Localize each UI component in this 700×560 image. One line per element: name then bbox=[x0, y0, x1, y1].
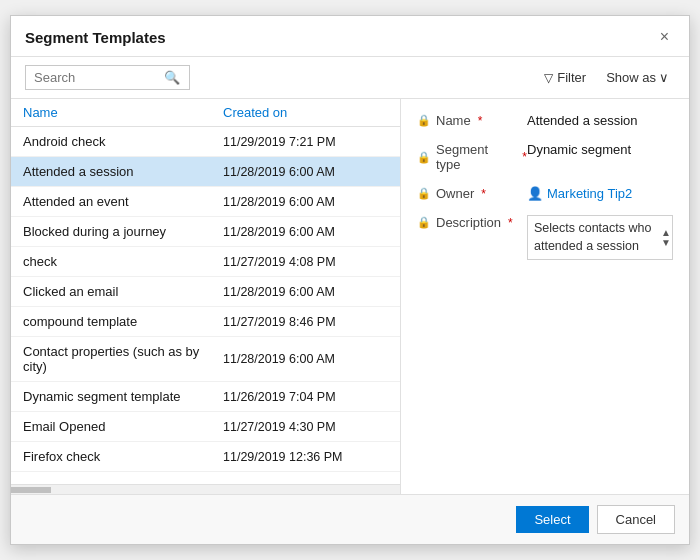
row-name: Attended a session bbox=[23, 164, 223, 179]
list-panel: Name Created on Android check11/29/2019 … bbox=[11, 99, 401, 494]
list-item[interactable]: Email Opened11/27/2019 4:30 PM bbox=[11, 412, 400, 442]
owner-label-container: 🔒 Owner * bbox=[417, 186, 527, 201]
description-label: Description bbox=[436, 215, 501, 230]
list-item[interactable]: Attended an event11/28/2019 6:00 AM bbox=[11, 187, 400, 217]
row-name: Dynamic segment template bbox=[23, 389, 223, 404]
description-value: Selects contacts who attended a session bbox=[527, 215, 673, 260]
detail-name-row: 🔒 Name * Attended a session bbox=[417, 113, 673, 128]
search-box: 🔍 bbox=[25, 65, 190, 90]
down-arrow[interactable]: ▼ bbox=[661, 238, 671, 248]
lock-icon-4: 🔒 bbox=[417, 216, 431, 229]
segment-type-label-container: 🔒 Segment type * bbox=[417, 142, 527, 172]
scrollbar-thumb bbox=[11, 487, 51, 493]
detail-panel: 🔒 Name * Attended a session 🔒 Segment ty… bbox=[401, 99, 689, 494]
segment-templates-dialog: Segment Templates × 🔍 ▽ Filter Show as ∨… bbox=[10, 15, 690, 545]
search-icon: 🔍 bbox=[164, 70, 180, 85]
dialog-header: Segment Templates × bbox=[11, 16, 689, 57]
list-item[interactable]: Clicked an email11/28/2019 6:00 AM bbox=[11, 277, 400, 307]
col-name-header[interactable]: Name bbox=[23, 105, 223, 120]
lock-icon-2: 🔒 bbox=[417, 151, 431, 164]
list-item[interactable]: Dynamic segment template11/26/2019 7:04 … bbox=[11, 382, 400, 412]
owner-name: Marketing Tip2 bbox=[547, 186, 632, 201]
filter-icon: ▽ bbox=[544, 71, 553, 85]
search-input[interactable] bbox=[34, 70, 164, 85]
content-area: Name Created on Android check11/29/2019 … bbox=[11, 99, 689, 494]
footer: Select Cancel bbox=[11, 494, 689, 544]
list-item[interactable]: Firefox check11/29/2019 12:36 PM bbox=[11, 442, 400, 472]
list-item[interactable]: Attended a session11/28/2019 6:00 AM bbox=[11, 157, 400, 187]
row-date: 11/28/2019 6:00 AM bbox=[223, 225, 335, 239]
row-name: Clicked an email bbox=[23, 284, 223, 299]
segment-type-value: Dynamic segment bbox=[527, 142, 631, 157]
row-name: Attended an event bbox=[23, 194, 223, 209]
detail-owner-row: 🔒 Owner * 👤 Marketing Tip2 bbox=[417, 186, 673, 201]
row-name: Email Opened bbox=[23, 419, 223, 434]
horizontal-scrollbar[interactable] bbox=[11, 484, 400, 494]
list-item[interactable]: Android check11/29/2019 7:21 PM bbox=[11, 127, 400, 157]
segment-type-label: Segment type bbox=[436, 142, 515, 172]
row-name: compound template bbox=[23, 314, 223, 329]
scroll-arrows[interactable]: ▲ ▼ bbox=[661, 228, 671, 248]
lock-icon: 🔒 bbox=[417, 114, 431, 127]
row-date: 11/28/2019 6:00 AM bbox=[223, 352, 335, 366]
filter-label: Filter bbox=[557, 70, 586, 85]
row-date: 11/28/2019 6:00 AM bbox=[223, 285, 335, 299]
col-created-header[interactable]: Created on bbox=[223, 105, 287, 120]
owner-label: Owner bbox=[436, 186, 474, 201]
required-star-3: * bbox=[481, 187, 486, 201]
list-item[interactable]: compound template11/27/2019 8:46 PM bbox=[11, 307, 400, 337]
detail-description-row: 🔒 Description * Selects contacts who att… bbox=[417, 215, 673, 260]
row-date: 11/29/2019 12:36 PM bbox=[223, 450, 343, 464]
cancel-button[interactable]: Cancel bbox=[597, 505, 675, 534]
show-as-label: Show as bbox=[606, 70, 656, 85]
row-date: 11/26/2019 7:04 PM bbox=[223, 390, 336, 404]
row-name: Android check bbox=[23, 134, 223, 149]
required-star-4: * bbox=[508, 216, 513, 230]
row-name: Firefox check bbox=[23, 449, 223, 464]
show-as-button[interactable]: Show as ∨ bbox=[600, 66, 675, 89]
row-date: 11/27/2019 4:08 PM bbox=[223, 255, 336, 269]
list-item[interactable]: Contact properties (such as by city)11/2… bbox=[11, 337, 400, 382]
row-date: 11/28/2019 6:00 AM bbox=[223, 195, 335, 209]
list-item[interactable]: Blocked during a journey11/28/2019 6:00 … bbox=[11, 217, 400, 247]
description-label-container: 🔒 Description * bbox=[417, 215, 527, 230]
name-value: Attended a session bbox=[527, 113, 638, 128]
detail-segment-type-row: 🔒 Segment type * Dynamic segment bbox=[417, 142, 673, 172]
owner-value[interactable]: 👤 Marketing Tip2 bbox=[527, 186, 632, 201]
list-item[interactable]: check11/27/2019 4:08 PM bbox=[11, 247, 400, 277]
row-date: 11/29/2019 7:21 PM bbox=[223, 135, 336, 149]
list-header: Name Created on bbox=[11, 99, 400, 127]
description-container: Selects contacts who attended a session … bbox=[527, 215, 673, 260]
name-label-container: 🔒 Name * bbox=[417, 113, 527, 128]
row-name: Blocked during a journey bbox=[23, 224, 223, 239]
select-button[interactable]: Select bbox=[516, 506, 588, 533]
dialog-title: Segment Templates bbox=[25, 29, 166, 46]
name-field-label: Name bbox=[436, 113, 471, 128]
close-button[interactable]: × bbox=[654, 26, 675, 48]
row-date: 11/28/2019 6:00 AM bbox=[223, 165, 335, 179]
filter-button[interactable]: ▽ Filter bbox=[538, 66, 592, 89]
required-star: * bbox=[478, 114, 483, 128]
lock-icon-3: 🔒 bbox=[417, 187, 431, 200]
row-name: Contact properties (such as by city) bbox=[23, 344, 223, 374]
row-name: check bbox=[23, 254, 223, 269]
row-date: 11/27/2019 8:46 PM bbox=[223, 315, 336, 329]
person-icon: 👤 bbox=[527, 186, 543, 201]
row-date: 11/27/2019 4:30 PM bbox=[223, 420, 336, 434]
list-body: Android check11/29/2019 7:21 PMAttended … bbox=[11, 127, 400, 484]
toolbar: 🔍 ▽ Filter Show as ∨ bbox=[11, 57, 689, 99]
chevron-down-icon: ∨ bbox=[659, 70, 669, 85]
